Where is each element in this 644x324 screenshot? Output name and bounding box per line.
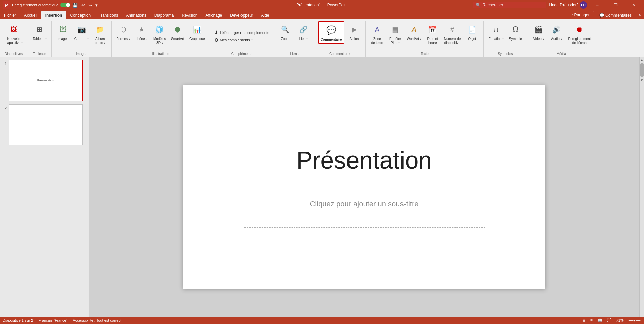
view-normal-button[interactable]: ⊞ — [581, 318, 587, 323]
scroll-up-button[interactable]: ▲ — [639, 57, 644, 63]
commentaire-label: Commentaire — [321, 38, 342, 42]
enreg-ecran-button[interactable]: ⏺ Enregistrementde l'écran — [566, 21, 593, 46]
search-input[interactable] — [483, 3, 543, 7]
formes-button[interactable]: ⬡ Formes ▾ — [114, 21, 132, 42]
tab-affichage[interactable]: Affichage — [201, 11, 226, 19]
titlebar-right: 🔍 Linda Dräusdorf LD 🗕 ❐ ✕ — [473, 0, 641, 10]
new-slide-button[interactable]: 🖼 Nouvellediapositive ▾ — [3, 21, 25, 46]
tab-aide[interactable]: Aide — [257, 11, 273, 19]
restore-button[interactable]: ❐ — [608, 0, 623, 10]
icones-button[interactable]: ★ Icônes — [133, 21, 150, 42]
group-items: 🖼 Nouvellediapositive ▾ — [3, 21, 25, 51]
audio-button[interactable]: 🔊 Audio ▾ — [548, 21, 565, 42]
slide-subtitle-placeholder: Cliquez pour ajouter un sous-titre — [310, 200, 418, 208]
tab-conception[interactable]: Conception — [66, 11, 95, 19]
objet-icon: 📄 — [465, 23, 479, 36]
tab-diaporama[interactable]: Diaporama — [150, 11, 178, 19]
group-label-complements: Compléments — [213, 51, 271, 57]
autosave-label: Enregistrement automatique — [12, 3, 58, 7]
action-label: Action — [350, 37, 359, 41]
formes-label: Formes ▾ — [116, 37, 130, 41]
tab-revision[interactable]: Révision — [178, 11, 201, 19]
modeles3d-button[interactable]: 🧊 Modèles3D ▾ — [151, 21, 168, 46]
commentaire-icon: 💬 — [325, 23, 338, 37]
group-liens: 🔍 Zoom 🔗 Lien ▾ Liens — [274, 21, 315, 57]
zone-texte-icon: A — [370, 23, 384, 36]
view-outline-button[interactable]: ≡ — [589, 318, 594, 323]
zoom-button[interactable]: 🔍 Zoom — [277, 21, 294, 42]
equation-button[interactable]: π Équation ▾ — [486, 21, 506, 42]
undo-button[interactable]: ↩ — [80, 2, 86, 8]
slide-panel: 1 Présentation 2 — [0, 57, 89, 317]
customize-qat-button[interactable]: ▾ — [94, 2, 99, 8]
lien-button[interactable]: 🔗 Lien ▾ — [295, 21, 312, 42]
album-button[interactable]: 📁 Albumphoto ▾ — [91, 21, 109, 46]
lien-label: Lien ▾ — [299, 37, 308, 41]
action-icon: ▶ — [347, 23, 361, 36]
album-label: Albumphoto ▾ — [95, 37, 105, 45]
save-button[interactable]: 💾 — [71, 2, 79, 8]
view-reading-button[interactable]: 📖 — [596, 318, 603, 323]
accessibility-info: Accessibilité : Tout est correct — [73, 318, 121, 322]
slide-thumbnail-1[interactable]: Présentation — [9, 60, 83, 101]
tab-commentaires[interactable]: 💬 Commentaires — [595, 11, 636, 19]
capture-button[interactable]: 📷 Capture ▾ — [72, 21, 91, 42]
search-bar[interactable]: 🔍 — [473, 2, 546, 8]
group-label-illustrations: Illustrations — [114, 51, 207, 57]
numero-diapo-button[interactable]: # Numéro dediapositive — [442, 21, 463, 46]
action-button[interactable]: ▶ Action — [345, 21, 363, 42]
tab-fichier[interactable]: Fichier — [0, 11, 20, 19]
group-illustrations: ⬡ Formes ▾ ★ Icônes 🧊 Modèles3D ▾ ⬢ Smar… — [112, 21, 210, 57]
slide-thumb-row-1: 1 Présentation — [2, 60, 87, 101]
collapse-ribbon-button[interactable]: ∧ — [636, 11, 644, 19]
audio-label: Audio ▾ — [551, 37, 562, 41]
smartart-button[interactable]: ⬢ SmartArt — [169, 21, 186, 42]
table-button[interactable]: ⊞ Tableau ▾ — [31, 21, 49, 42]
telecharger-complements-button[interactable]: ⬇ Télécharger des compléments — [213, 29, 271, 36]
minimize-button[interactable]: 🗕 — [590, 0, 605, 10]
status-bar: Diapositive 1 sur 2 Français (France) Ac… — [0, 317, 644, 324]
capture-icon: 📷 — [75, 23, 88, 36]
slide-canvas: Présentation Cliquez pour ajouter un sou… — [183, 85, 545, 289]
close-button[interactable]: ✕ — [626, 0, 641, 10]
graphique-icon: 📊 — [190, 23, 204, 36]
mes-complements-button[interactable]: ⚙ Mes compléments ▾ — [213, 37, 254, 43]
objet-label: Objet — [468, 37, 476, 41]
graphique-button[interactable]: 📊 Graphique — [187, 21, 207, 42]
search-icon: 🔍 — [476, 3, 481, 7]
symbole-button[interactable]: Ω Symbole — [506, 21, 524, 42]
autosave-toggle[interactable] — [60, 3, 70, 7]
slide-subtitle-box[interactable]: Cliquez pour ajouter un sous-titre — [244, 181, 485, 228]
zoom-slider[interactable]: ━━●━━ — [628, 318, 641, 323]
titlebar-center: Présentation1 — PowerPoint — [296, 3, 348, 7]
tab-developpeur[interactable]: Développeur — [226, 11, 257, 19]
equation-icon: π — [489, 23, 503, 36]
video-button[interactable]: 🎬 Vidéo ▾ — [530, 21, 547, 42]
zone-texte-button[interactable]: A Zonede texte — [368, 21, 386, 46]
group-label-texte: Texte — [368, 51, 481, 57]
slide-title[interactable]: Présentation — [296, 146, 432, 174]
view-slide-button[interactable]: ⛶ — [606, 318, 612, 323]
commentaire-button[interactable]: 💬 Commentaire — [318, 21, 345, 44]
images-button[interactable]: 🖼 Images — [54, 21, 72, 42]
scroll-thumb[interactable] — [640, 63, 644, 77]
tab-accueil[interactable]: Accueil — [20, 11, 41, 19]
mescomp-label: Mes compléments — [220, 38, 250, 42]
redo-button[interactable]: ↪ — [87, 2, 93, 8]
tab-transitions[interactable]: Transitions — [95, 11, 122, 19]
tab-insertion[interactable]: Insertion — [41, 11, 66, 19]
app-logo: P — [3, 1, 10, 9]
entete-pied-button[interactable]: ▤ En-tête/Pied ▾ — [386, 21, 404, 46]
wordart-button[interactable]: A WordArt ▾ — [405, 21, 423, 42]
date-heure-button[interactable]: 📅 Date etheure — [424, 21, 441, 46]
slide-thumbnail-2[interactable] — [9, 104, 83, 145]
group-images: 🖼 Images 📷 Capture ▾ 📁 Albumphoto ▾ Imag… — [52, 21, 112, 57]
tab-partager[interactable]: ↑ Partager — [567, 11, 594, 19]
group-complements: ⬇ Télécharger des compléments ⚙ Mes comp… — [210, 21, 274, 57]
user-area: Linda Dräusdorf LD — [549, 1, 587, 9]
main-area: 1 Présentation 2 Présentation Cliquez po… — [0, 57, 644, 317]
scroll-down-button[interactable]: ▼ — [639, 77, 644, 83]
tab-animations[interactable]: Animations — [122, 11, 150, 19]
objet-button[interactable]: 📄 Objet — [463, 21, 481, 42]
slide-number-2: 2 — [2, 106, 7, 110]
